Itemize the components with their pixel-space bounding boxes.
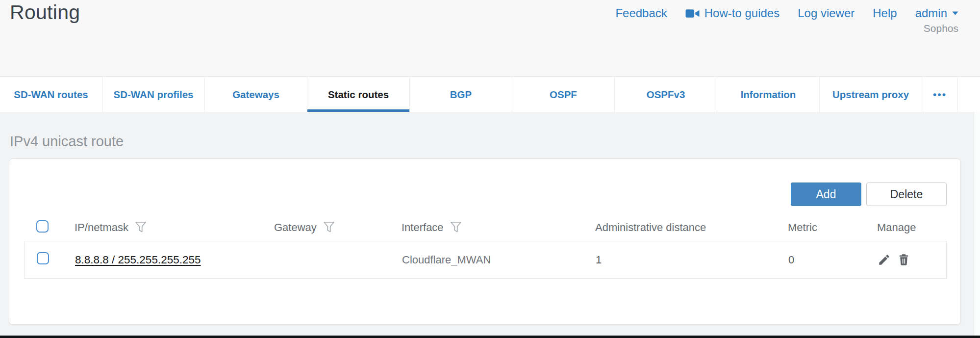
ellipsis-icon: ••• [933,89,947,101]
bottom-edge-bar [0,336,980,338]
tab-label: SD-WAN profiles [114,89,194,101]
add-button[interactable]: Add [791,182,861,206]
page-title: Routing [10,1,80,24]
funnel-icon[interactable] [323,221,335,234]
column-metric: Metric [788,221,877,234]
row-checkbox-cell [37,252,75,267]
top-nav: Feedback How-to guides Log viewer Help a… [615,6,958,20]
column-label: Gateway [274,221,317,234]
caret-down-icon [952,11,958,15]
nav-help-label: Help [873,6,897,20]
nav-help[interactable]: Help [873,6,897,20]
tab-label: BGP [450,89,472,101]
tab-upstream-proxy[interactable]: Upstream proxy [820,77,922,112]
tab-label: OSPF [550,89,577,101]
column-ip-netmask: IP/netmask [75,221,274,234]
admin-menu-label: admin [915,6,947,20]
content-area: IPv4 unicast route Add Delete IP/netmask… [0,112,980,336]
tab-ospfv3[interactable]: OSPFv3 [615,77,717,112]
tab-overflow-menu[interactable]: ••• [922,77,958,112]
tab-information[interactable]: Information [717,77,820,112]
tab-bgp[interactable]: BGP [410,77,512,112]
pencil-icon[interactable] [878,253,891,266]
video-camera-icon [685,8,700,19]
section-heading: IPv4 unicast route [10,133,124,150]
tab-label: Upstream proxy [832,89,909,101]
ip-netmask-link[interactable]: 8.8.8.8 / 255.255.255.255 [75,254,201,266]
select-all-checkbox[interactable] [36,220,49,233]
tab-ospf[interactable]: OSPF [512,77,615,112]
nav-howto-guides-label: How-to guides [704,6,779,20]
row-checkbox[interactable] [37,252,49,264]
tab-label: Static routes [328,89,389,101]
nav-feedback-label: Feedback [615,6,667,20]
cell-administrative-distance: 1 [596,254,788,266]
table-actions: Add Delete [791,182,947,206]
tab-sd-wan-routes[interactable]: SD-WAN routes [0,77,102,112]
funnel-icon[interactable] [135,221,147,234]
header-checkbox-cell [36,220,75,235]
tab-label: SD-WAN routes [14,89,88,101]
column-gateway: Gateway [274,221,402,234]
tab-label: Gateways [232,89,279,101]
tab-sd-wan-profiles[interactable]: SD-WAN profiles [102,77,205,112]
cell-metric: 0 [788,254,878,266]
tab-label: OSPFv3 [647,89,685,101]
tab-static-routes[interactable]: Static routes [307,77,410,112]
tab-bar: SD-WAN routes SD-WAN profiles Gateways S… [0,77,980,112]
column-label: Interface [402,221,444,234]
cell-manage [878,253,946,266]
brand-label: Sophos [924,23,958,34]
tab-gateways[interactable]: Gateways [205,77,307,112]
cell-ip-netmask: 8.8.8.8 / 255.255.255.255 [75,254,275,266]
column-label: IP/netmask [75,221,128,234]
nav-feedback[interactable]: Feedback [615,6,667,20]
nav-log-viewer[interactable]: Log viewer [798,6,854,20]
table-header: IP/netmask Gateway Interface Administrat… [24,214,947,241]
nav-howto-guides[interactable]: How-to guides [685,6,779,20]
table-row: 8.8.8.8 / 255.255.255.255 Cloudflare_MWA… [24,241,947,279]
column-manage: Manage [877,221,947,234]
delete-button[interactable]: Delete [866,182,947,206]
tab-label: Information [741,89,796,101]
admin-menu[interactable]: admin [915,6,958,20]
page-header: Routing Feedback How-to guides Log viewe… [0,0,980,77]
trash-icon[interactable] [897,253,910,266]
nav-log-viewer-label: Log viewer [798,6,854,20]
scrollbar[interactable] [974,112,980,336]
funnel-icon[interactable] [450,221,462,234]
cell-interface: Cloudflare_MWAN [402,254,596,266]
column-interface: Interface [402,221,595,234]
routes-card: Add Delete IP/netmask Gateway Interfac [9,158,961,325]
column-administrative-distance: Administrative distance [595,221,788,234]
